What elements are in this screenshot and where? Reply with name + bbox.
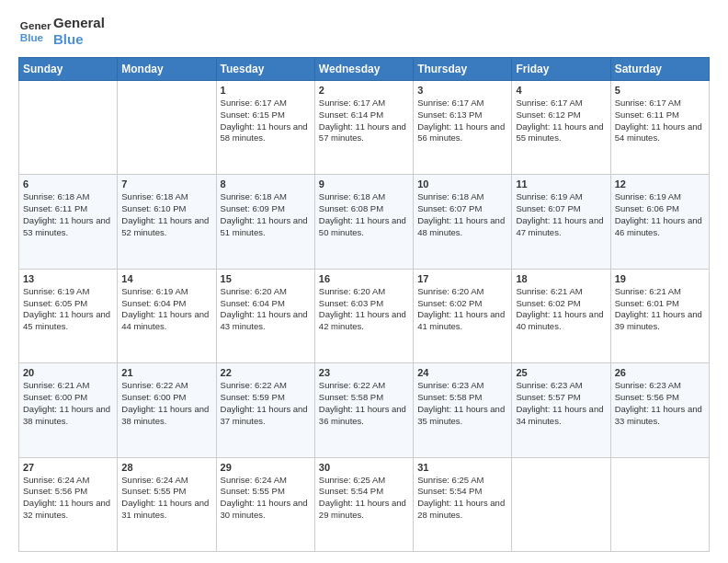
- calendar-cell: 4Sunrise: 6:17 AM Sunset: 6:12 PM Daylig…: [512, 81, 610, 175]
- day-info: Sunrise: 6:18 AM Sunset: 6:07 PM Dayligh…: [417, 191, 507, 238]
- calendar: SundayMondayTuesdayWednesdayThursdayFrid…: [18, 57, 710, 552]
- calendar-cell: 23Sunrise: 6:22 AM Sunset: 5:58 PM Dayli…: [314, 363, 413, 457]
- calendar-cell: 5Sunrise: 6:17 AM Sunset: 6:11 PM Daylig…: [610, 81, 709, 175]
- calendar-cell: [512, 457, 610, 551]
- calendar-cell: [610, 457, 709, 551]
- day-number: 17: [417, 273, 507, 284]
- day-info: Sunrise: 6:18 AM Sunset: 6:09 PM Dayligh…: [221, 191, 311, 238]
- calendar-cell: 3Sunrise: 6:17 AM Sunset: 6:13 PM Daylig…: [414, 81, 512, 175]
- day-number: 22: [221, 367, 311, 378]
- day-info: Sunrise: 6:17 AM Sunset: 6:13 PM Dayligh…: [417, 98, 507, 144]
- day-info: Sunrise: 6:21 AM Sunset: 6:00 PM Dayligh…: [23, 380, 113, 427]
- day-number: 8: [221, 178, 311, 190]
- calendar-cell: 6Sunrise: 6:18 AM Sunset: 6:11 PM Daylig…: [19, 175, 118, 269]
- day-info: Sunrise: 6:24 AM Sunset: 5:56 PM Dayligh…: [23, 475, 113, 522]
- day-number: 14: [121, 273, 211, 284]
- calendar-cell: 31Sunrise: 6:25 AM Sunset: 5:54 PM Dayli…: [414, 457, 512, 551]
- day-number: 28: [121, 462, 211, 473]
- day-number: 19: [615, 273, 705, 284]
- calendar-cell: 9Sunrise: 6:18 AM Sunset: 6:08 PM Daylig…: [314, 175, 413, 269]
- day-info: Sunrise: 6:24 AM Sunset: 5:55 PM Dayligh…: [121, 475, 211, 522]
- calendar-week-1: 1Sunrise: 6:17 AM Sunset: 6:15 PM Daylig…: [19, 81, 710, 175]
- calendar-header-wednesday: Wednesday: [314, 58, 413, 81]
- day-info: Sunrise: 6:21 AM Sunset: 6:01 PM Dayligh…: [615, 286, 705, 333]
- logo-general: General: [53, 15, 105, 31]
- calendar-cell: 17Sunrise: 6:20 AM Sunset: 6:02 PM Dayli…: [414, 269, 512, 362]
- day-number: 12: [615, 178, 705, 190]
- calendar-week-3: 13Sunrise: 6:19 AM Sunset: 6:05 PM Dayli…: [19, 269, 710, 362]
- day-info: Sunrise: 6:17 AM Sunset: 6:14 PM Dayligh…: [319, 98, 409, 144]
- day-info: Sunrise: 6:17 AM Sunset: 6:11 PM Dayligh…: [615, 98, 705, 144]
- day-info: Sunrise: 6:17 AM Sunset: 6:12 PM Dayligh…: [516, 98, 606, 144]
- calendar-cell: 26Sunrise: 6:23 AM Sunset: 5:56 PM Dayli…: [610, 363, 709, 457]
- day-number: 7: [121, 178, 211, 190]
- day-info: Sunrise: 6:20 AM Sunset: 6:02 PM Dayligh…: [417, 286, 507, 333]
- logo-blue: Blue: [53, 31, 105, 48]
- header: General Blue General Blue: [18, 15, 710, 48]
- day-number: 31: [417, 462, 507, 473]
- day-number: 3: [417, 85, 507, 96]
- calendar-cell: 25Sunrise: 6:23 AM Sunset: 5:57 PM Dayli…: [512, 363, 610, 457]
- calendar-header-friday: Friday: [512, 58, 610, 81]
- calendar-cell: 28Sunrise: 6:24 AM Sunset: 5:55 PM Dayli…: [118, 457, 216, 551]
- day-info: Sunrise: 6:21 AM Sunset: 6:02 PM Dayligh…: [516, 286, 606, 333]
- svg-text:General: General: [20, 19, 51, 31]
- day-number: 25: [516, 367, 606, 378]
- day-number: 18: [516, 273, 606, 284]
- day-number: 5: [615, 85, 705, 96]
- calendar-cell: [19, 81, 118, 175]
- calendar-cell: 30Sunrise: 6:25 AM Sunset: 5:54 PM Dayli…: [314, 457, 413, 551]
- day-info: Sunrise: 6:22 AM Sunset: 5:58 PM Dayligh…: [319, 380, 409, 427]
- day-number: 23: [319, 367, 409, 378]
- day-number: 4: [516, 85, 606, 96]
- day-info: Sunrise: 6:20 AM Sunset: 6:04 PM Dayligh…: [221, 286, 311, 333]
- day-info: Sunrise: 6:19 AM Sunset: 6:05 PM Dayligh…: [23, 286, 113, 333]
- calendar-cell: 11Sunrise: 6:19 AM Sunset: 6:07 PM Dayli…: [512, 175, 610, 269]
- calendar-cell: 14Sunrise: 6:19 AM Sunset: 6:04 PM Dayli…: [118, 269, 216, 362]
- calendar-cell: 20Sunrise: 6:21 AM Sunset: 6:00 PM Dayli…: [19, 363, 118, 457]
- calendar-cell: 19Sunrise: 6:21 AM Sunset: 6:01 PM Dayli…: [610, 269, 709, 362]
- day-info: Sunrise: 6:20 AM Sunset: 6:03 PM Dayligh…: [319, 286, 409, 333]
- calendar-header-row: SundayMondayTuesdayWednesdayThursdayFrid…: [19, 58, 710, 81]
- day-info: Sunrise: 6:19 AM Sunset: 6:07 PM Dayligh…: [516, 191, 606, 238]
- day-number: 9: [319, 178, 409, 190]
- day-number: 30: [319, 462, 409, 473]
- calendar-header-monday: Monday: [118, 58, 216, 81]
- calendar-cell: 21Sunrise: 6:22 AM Sunset: 6:00 PM Dayli…: [118, 363, 216, 457]
- calendar-week-5: 27Sunrise: 6:24 AM Sunset: 5:56 PM Dayli…: [19, 457, 710, 551]
- day-number: 26: [615, 367, 705, 378]
- day-number: 24: [417, 367, 507, 378]
- calendar-cell: 2Sunrise: 6:17 AM Sunset: 6:14 PM Daylig…: [314, 81, 413, 175]
- day-info: Sunrise: 6:23 AM Sunset: 5:56 PM Dayligh…: [615, 380, 705, 427]
- calendar-header-sunday: Sunday: [19, 58, 118, 81]
- calendar-cell: [118, 81, 216, 175]
- day-info: Sunrise: 6:25 AM Sunset: 5:54 PM Dayligh…: [319, 475, 409, 522]
- calendar-week-4: 20Sunrise: 6:21 AM Sunset: 6:00 PM Dayli…: [19, 363, 710, 457]
- logo: General Blue General Blue: [18, 15, 105, 48]
- day-number: 11: [516, 178, 606, 190]
- calendar-cell: 15Sunrise: 6:20 AM Sunset: 6:04 PM Dayli…: [216, 269, 314, 362]
- day-number: 16: [319, 273, 409, 284]
- day-info: Sunrise: 6:23 AM Sunset: 5:58 PM Dayligh…: [417, 380, 507, 427]
- day-info: Sunrise: 6:19 AM Sunset: 6:04 PM Dayligh…: [121, 286, 211, 333]
- calendar-header-thursday: Thursday: [414, 58, 512, 81]
- day-number: 1: [221, 85, 311, 96]
- calendar-cell: 13Sunrise: 6:19 AM Sunset: 6:05 PM Dayli…: [19, 269, 118, 362]
- calendar-cell: 16Sunrise: 6:20 AM Sunset: 6:03 PM Dayli…: [314, 269, 413, 362]
- day-number: 10: [417, 178, 507, 190]
- page: General Blue General Blue SundayMondayTu…: [0, 0, 728, 563]
- day-info: Sunrise: 6:19 AM Sunset: 6:06 PM Dayligh…: [615, 191, 705, 238]
- svg-text:Blue: Blue: [20, 31, 44, 43]
- calendar-cell: 29Sunrise: 6:24 AM Sunset: 5:55 PM Dayli…: [216, 457, 314, 551]
- day-number: 2: [319, 85, 409, 96]
- calendar-header-tuesday: Tuesday: [216, 58, 314, 81]
- day-info: Sunrise: 6:23 AM Sunset: 5:57 PM Dayligh…: [516, 380, 606, 427]
- day-number: 21: [121, 367, 211, 378]
- calendar-cell: 22Sunrise: 6:22 AM Sunset: 5:59 PM Dayli…: [216, 363, 314, 457]
- logo-icon: General Blue: [18, 15, 51, 48]
- calendar-cell: 7Sunrise: 6:18 AM Sunset: 6:10 PM Daylig…: [118, 175, 216, 269]
- calendar-cell: 24Sunrise: 6:23 AM Sunset: 5:58 PM Dayli…: [414, 363, 512, 457]
- day-number: 20: [23, 367, 113, 378]
- calendar-cell: 8Sunrise: 6:18 AM Sunset: 6:09 PM Daylig…: [216, 175, 314, 269]
- day-info: Sunrise: 6:22 AM Sunset: 6:00 PM Dayligh…: [121, 380, 211, 427]
